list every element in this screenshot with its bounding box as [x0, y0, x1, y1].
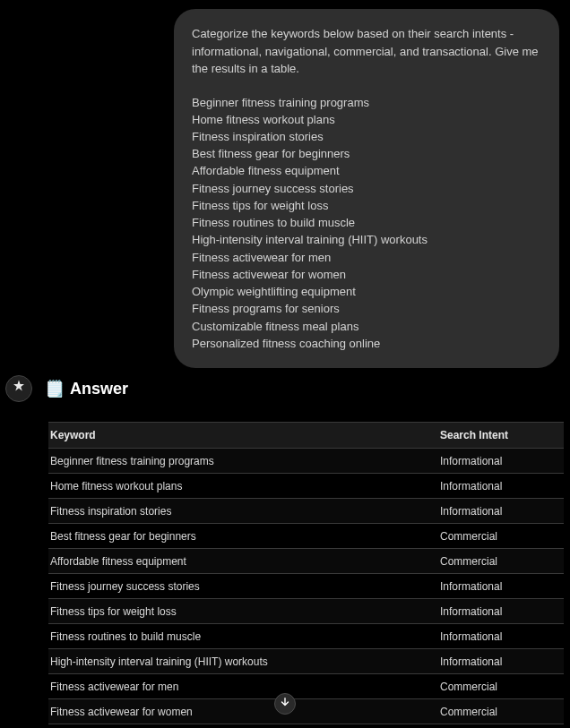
- user-message: Categorize the keywords below based on t…: [174, 9, 559, 368]
- table-row: Fitness inspiration stories Informationa…: [48, 499, 564, 524]
- results-table: Keyword Search Intent Beginner fitness t…: [48, 422, 564, 728]
- keyword-item: Personalized fitness coaching online: [192, 335, 541, 352]
- cell-intent: Informational: [438, 449, 564, 474]
- keyword-item: Fitness programs for seniors: [192, 300, 541, 317]
- cell-intent: Informational: [438, 599, 564, 624]
- table-header-keyword: Keyword: [48, 423, 438, 449]
- assistant-header: 🗒️ Answer: [5, 375, 561, 402]
- keyword-item: Fitness activewear for women: [192, 266, 541, 283]
- cell-keyword: Fitness journey success stories: [48, 574, 438, 599]
- keyword-item: High-intensity interval training (HIIT) …: [192, 231, 541, 248]
- keyword-item: Fitness inspiration stories: [192, 128, 541, 145]
- keyword-item: Fitness tips for weight loss: [192, 197, 541, 214]
- cell-keyword: Olympic weightlifting equipment: [48, 724, 438, 729]
- cell-keyword: Fitness activewear for men: [48, 674, 438, 699]
- cell-intent: Commercial: [438, 699, 564, 724]
- cell-intent: Commercial: [438, 724, 564, 729]
- keyword-item: Fitness activewear for men: [192, 249, 541, 266]
- table-row: Fitness activewear for men Commercial: [48, 674, 564, 699]
- table-header-intent: Search Intent: [438, 423, 564, 449]
- cell-intent: Informational: [438, 499, 564, 524]
- user-prompt-text: Categorize the keywords below based on t…: [192, 25, 541, 78]
- table-row: Fitness tips for weight loss Information…: [48, 599, 564, 624]
- keyword-item: Beginner fitness training programs: [192, 94, 541, 111]
- cell-keyword: Beginner fitness training programs: [48, 449, 438, 474]
- cell-keyword: Fitness routines to build muscle: [48, 624, 438, 649]
- keyword-item: Fitness journey success stories: [192, 180, 541, 197]
- cell-keyword: Home fitness workout plans: [48, 474, 438, 499]
- assistant-section: 🗒️ Answer Keyword Search Intent Beginner…: [5, 375, 561, 728]
- cell-keyword: Fitness tips for weight loss: [48, 599, 438, 624]
- answer-title-text: Answer: [70, 380, 128, 398]
- keyword-item: Home fitness workout plans: [192, 111, 541, 128]
- cell-keyword: Affordable fitness equipment: [48, 549, 438, 574]
- answer-title-container: 🗒️ Answer: [45, 379, 128, 398]
- cell-intent: Informational: [438, 574, 564, 599]
- cell-intent: Informational: [438, 649, 564, 674]
- arrow-down-icon: [279, 696, 291, 712]
- keyword-item: Affordable fitness equipment: [192, 162, 541, 179]
- keyword-item: Olympic weightlifting equipment: [192, 283, 541, 300]
- table-row: Fitness activewear for women Commercial: [48, 699, 564, 724]
- chat-container: Categorize the keywords below based on t…: [174, 9, 559, 368]
- scroll-down-button[interactable]: [274, 693, 296, 715]
- cell-intent: Informational: [438, 474, 564, 499]
- cell-intent: Commercial: [438, 524, 564, 549]
- table-row: Best fitness gear for beginners Commerci…: [48, 524, 564, 549]
- cell-keyword: High-intensity interval training (HIIT) …: [48, 649, 438, 674]
- cell-intent: Informational: [438, 624, 564, 649]
- notepad-icon: 🗒️: [45, 379, 65, 398]
- openai-logo-icon: [11, 379, 27, 398]
- table-row: Affordable fitness equipment Commercial: [48, 549, 564, 574]
- cell-keyword: Fitness inspiration stories: [48, 499, 438, 524]
- table-row: High-intensity interval training (HIIT) …: [48, 649, 564, 674]
- table-row: Beginner fitness training programs Infor…: [48, 449, 564, 474]
- cell-intent: Commercial: [438, 674, 564, 699]
- cell-keyword: Best fitness gear for beginners: [48, 524, 438, 549]
- table-row: Olympic weightlifting equipment Commerci…: [48, 724, 564, 729]
- keyword-item: Fitness routines to build muscle: [192, 214, 541, 231]
- cell-intent: Commercial: [438, 549, 564, 574]
- cell-keyword: Fitness activewear for women: [48, 699, 438, 724]
- assistant-avatar: [5, 375, 32, 402]
- keyword-item: Customizable fitness meal plans: [192, 318, 541, 335]
- table-row: Fitness routines to build muscle Informa…: [48, 624, 564, 649]
- keyword-item: Best fitness gear for beginners: [192, 145, 541, 162]
- keyword-list: Beginner fitness training programs Home …: [192, 94, 541, 353]
- table-row: Home fitness workout plans Informational: [48, 474, 564, 499]
- table-header-row: Keyword Search Intent: [48, 423, 564, 449]
- table-row: Fitness journey success stories Informat…: [48, 574, 564, 599]
